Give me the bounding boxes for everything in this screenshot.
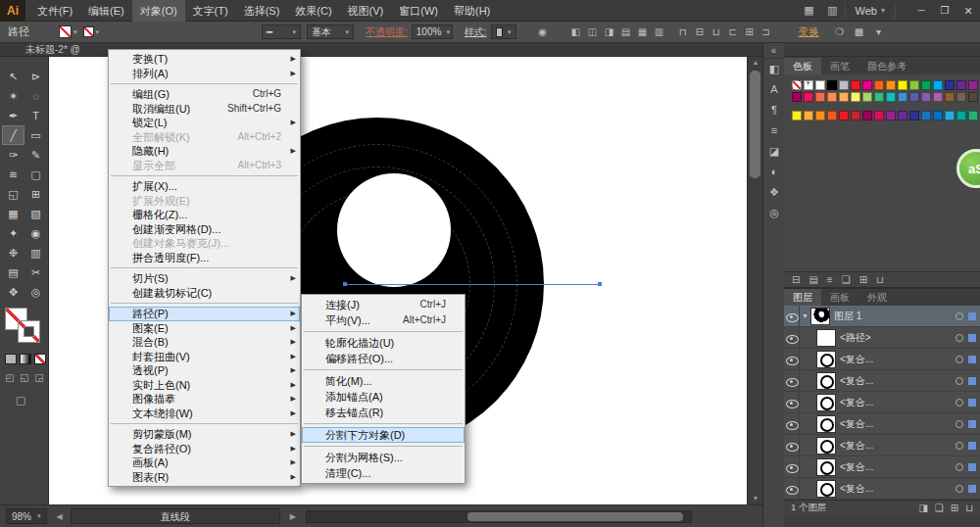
- swatch[interactable]: [945, 80, 955, 90]
- close-button[interactable]: ✕: [956, 0, 980, 22]
- stroke-color-control[interactable]: ▾: [83, 26, 100, 37]
- swatch-options-icon[interactable]: ≡: [827, 272, 833, 288]
- swatch[interactable]: [968, 92, 978, 102]
- menu-item[interactable]: 封套扭曲(V) ▶: [109, 350, 300, 364]
- arrange-documents-icon[interactable]: ▦: [798, 4, 821, 17]
- target-circle-icon[interactable]: [956, 420, 963, 428]
- stroke-panel-icon[interactable]: ≡: [763, 120, 785, 141]
- swatch[interactable]: [956, 80, 966, 90]
- scroll-up-icon[interactable]: ▲: [748, 57, 763, 69]
- expand-arrow-icon[interactable]: ▼: [800, 312, 810, 319]
- menubar-type[interactable]: 文字(T): [185, 0, 236, 22]
- swatch[interactable]: [874, 80, 884, 90]
- swatch[interactable]: [792, 92, 802, 102]
- draw-normal-icon[interactable]: ◰: [4, 372, 16, 383]
- compound-path-row[interactable]: ▼ <复合...: [784, 478, 980, 500]
- artboard-tool[interactable]: ▤: [2, 263, 24, 282]
- horizontal-scroll-thumb[interactable]: [467, 512, 683, 521]
- menubar-window[interactable]: 窗口(W): [391, 0, 446, 22]
- swatch[interactable]: [827, 92, 837, 102]
- visibility-eye-icon[interactable]: [784, 456, 800, 478]
- eyedropper-tool[interactable]: ✦: [2, 223, 24, 243]
- menu-item[interactable]: 连接(J) Ctrl+J ▶: [302, 297, 465, 312]
- menu-item[interactable]: 编组(G) Ctrl+G ▶: [109, 87, 300, 102]
- magic-wand-tool[interactable]: ✶: [2, 86, 24, 106]
- type-tool[interactable]: T: [24, 106, 47, 125]
- menu-item[interactable]: ▶: [111, 175, 298, 176]
- align-left-icon[interactable]: ◧: [569, 25, 583, 39]
- paragraph-panel-icon[interactable]: ¶: [763, 100, 785, 120]
- compound-path-row[interactable]: ▼ <复合...: [784, 349, 980, 370]
- target-circle-icon[interactable]: [956, 312, 963, 320]
- width-tool[interactable]: ≋: [2, 165, 24, 184]
- panel-tab[interactable]: 色板: [784, 58, 821, 74]
- swatch[interactable]: [792, 80, 802, 90]
- swatch[interactable]: [898, 92, 907, 102]
- menubar-file[interactable]: 文件(F): [29, 0, 80, 22]
- target-circle-icon[interactable]: [956, 485, 963, 493]
- swatch[interactable]: [886, 111, 896, 120]
- menu-item[interactable]: ▶: [304, 331, 463, 332]
- brush-definition-dropdown[interactable]: 基本 ▾: [307, 24, 354, 39]
- appearance-panel-icon[interactable]: ◎: [763, 203, 785, 223]
- menu-item[interactable]: 添加锚点(A) ▶: [302, 389, 465, 405]
- menu-item[interactable]: ▶: [111, 83, 298, 84]
- align-h-center-icon[interactable]: ◫: [586, 25, 600, 39]
- zoom-tool[interactable]: ◎: [24, 282, 47, 302]
- expand-panels-icon[interactable]: «: [763, 43, 784, 59]
- distribute-bottom-icon[interactable]: ⊔: [710, 25, 723, 39]
- menubar-edit[interactable]: 编辑(E): [80, 0, 132, 22]
- target-circle-icon[interactable]: [956, 442, 963, 450]
- swatch[interactable]: [839, 80, 849, 90]
- swatch[interactable]: [968, 80, 978, 90]
- visibility-eye-icon[interactable]: [784, 413, 800, 435]
- transform-link[interactable]: 变换: [799, 25, 819, 39]
- menu-item[interactable]: 图像描摹 ▶: [109, 392, 300, 407]
- menu-item[interactable]: 画板(A) ▶: [109, 455, 300, 470]
- swatch[interactable]: [909, 92, 919, 102]
- swatch[interactable]: [815, 111, 825, 120]
- menu-item[interactable]: 全部解锁(K) Alt+Ctrl+2 ▶: [109, 130, 300, 145]
- swatch[interactable]: [921, 80, 931, 90]
- perspective-grid-tool[interactable]: ⊞: [24, 184, 47, 204]
- zoom-control[interactable]: 98% ▾: [6, 508, 47, 524]
- hand-tool[interactable]: ✥: [2, 282, 24, 302]
- menu-item[interactable]: ▶: [304, 446, 463, 447]
- swatch[interactable]: [956, 111, 966, 120]
- menubar-select[interactable]: 选择(S): [236, 0, 288, 22]
- menu-item[interactable]: 文本绕排(W) ▶: [109, 407, 300, 421]
- menu-item[interactable]: 排列(A) ▶: [109, 67, 300, 81]
- style-link[interactable]: 样式:: [465, 25, 487, 39]
- distribute-left-icon[interactable]: ⊏: [726, 25, 740, 39]
- swatch-kinds-icon[interactable]: ▤: [808, 272, 817, 288]
- swatch[interactable]: [898, 111, 907, 120]
- menu-item[interactable]: 扩展(X)... ▶: [109, 179, 300, 194]
- mesh-tool[interactable]: ▦: [2, 204, 24, 223]
- menubar-help[interactable]: 帮助(H): [446, 0, 498, 22]
- swatch[interactable]: [921, 92, 931, 102]
- color-chip-button[interactable]: [5, 354, 17, 364]
- swatch[interactable]: [804, 92, 813, 102]
- swatch[interactable]: [886, 92, 896, 102]
- menu-item[interactable]: 实时上色(N) ▶: [109, 378, 300, 393]
- shape-builder-tool[interactable]: ◱: [2, 184, 24, 204]
- transparency-panel-icon[interactable]: ◐: [763, 162, 785, 182]
- draw-behind-icon[interactable]: ◱: [19, 372, 30, 383]
- rectangle-tool[interactable]: ▭: [24, 125, 47, 145]
- distribute-top-icon[interactable]: ⊓: [676, 25, 690, 39]
- path-row[interactable]: ▼ <路径>: [784, 327, 980, 349]
- symbol-sprayer-tool[interactable]: ❉: [2, 243, 24, 263]
- menubar-object[interactable]: 对象(O): [132, 0, 185, 22]
- column-graph-tool[interactable]: ▥: [24, 243, 47, 263]
- swatch[interactable]: [933, 92, 943, 102]
- swatch[interactable]: [933, 111, 943, 120]
- swatch[interactable]: [945, 111, 955, 120]
- stroke-color-box[interactable]: [18, 320, 40, 343]
- menu-item-divide-objects-below[interactable]: 分割下方对象(D) ▶: [302, 427, 465, 443]
- swatch[interactable]: [862, 111, 872, 120]
- swatch[interactable]: [851, 80, 860, 90]
- distribute-v-center-icon[interactable]: ⊟: [693, 25, 707, 39]
- gradient-tool[interactable]: ▧: [24, 204, 47, 223]
- swatch[interactable]: [968, 111, 978, 120]
- swatch[interactable]: [862, 80, 872, 90]
